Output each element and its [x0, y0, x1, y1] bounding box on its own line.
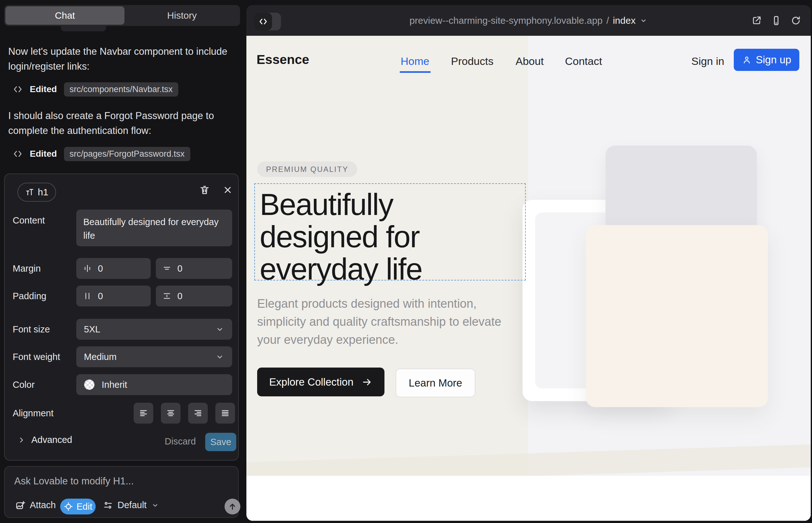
element-tag-label: h1: [38, 187, 48, 198]
padding-x-input[interactable]: 0: [76, 286, 151, 306]
file-chip: src/components/Navbar.tsx: [64, 82, 179, 96]
align-right-button[interactable]: [188, 403, 208, 423]
alignment-label: Alignment: [13, 408, 54, 418]
explore-collection-button[interactable]: Explore Collection: [257, 367, 385, 396]
content-input[interactable]: Beautifully designed for everyday life: [76, 210, 232, 246]
chat-history-tabs: Chat History: [4, 5, 240, 26]
nav-link-contact[interactable]: Contact: [565, 55, 602, 68]
sign-up-label: Sign up: [756, 54, 791, 66]
url-breadcrumb[interactable]: preview--charming-site-symphony.lovable.…: [246, 5, 811, 36]
attach-label: Attach: [30, 500, 56, 510]
edited-label: Edited: [30, 149, 57, 159]
margin-y-value: 0: [177, 264, 182, 274]
close-panel-button[interactable]: [219, 181, 236, 199]
preview-pane: preview--charming-site-symphony.lovable.…: [246, 5, 811, 521]
type-icon: [25, 187, 35, 197]
font-size-select[interactable]: 5XL: [76, 319, 232, 340]
color-label: Color: [13, 380, 35, 390]
edited-file-row[interactable]: Edited src/pages/ForgotPassword.tsx: [13, 146, 190, 161]
padding-y-input[interactable]: 0: [156, 286, 232, 306]
code-icon: [13, 149, 23, 159]
color-value: Inherit: [102, 380, 127, 390]
chat-composer: Attach Edit Default: [4, 466, 239, 518]
padding-x-icon: [83, 291, 92, 301]
nav-link-about[interactable]: About: [516, 55, 544, 68]
url-page: index: [613, 15, 636, 26]
save-button[interactable]: Save: [205, 433, 236, 451]
advanced-toggle[interactable]: Advanced: [17, 435, 72, 445]
edit-mode-button[interactable]: Edit: [60, 499, 96, 515]
mode-label: Default: [118, 500, 147, 510]
sign-in-link[interactable]: Sign in: [691, 55, 724, 68]
selected-element-pill: h1: [17, 183, 56, 202]
margin-y-icon: [162, 264, 172, 273]
advanced-label: Advanced: [31, 435, 72, 445]
edited-label: Edited: [30, 84, 57, 94]
font-size-value: 5XL: [84, 324, 100, 335]
chevron-down-icon: [151, 501, 159, 509]
composer-input[interactable]: [14, 475, 223, 487]
font-size-label: Font size: [13, 324, 50, 335]
mobile-view-icon[interactable]: [771, 15, 782, 26]
trash-icon: [199, 184, 210, 195]
delete-element-button[interactable]: [196, 181, 213, 199]
chat-message: Now let's update the Navbar component to…: [8, 44, 230, 74]
open-external-icon[interactable]: [751, 15, 762, 26]
website-canvas: Essence Home Products About Contact Sign…: [246, 36, 811, 521]
color-select[interactable]: Inherit: [76, 374, 232, 395]
align-center-icon: [166, 408, 176, 418]
chevron-right-icon: [17, 436, 26, 444]
primary-cta-label: Explore Collection: [269, 376, 353, 388]
hero-badge: PREMIUM QUALITY: [257, 161, 357, 177]
tab-history[interactable]: History: [125, 6, 239, 25]
align-right-icon: [193, 408, 203, 418]
hero-heading-line: Beautifully: [260, 188, 526, 221]
align-justify-icon: [220, 408, 230, 418]
align-left-button[interactable]: [134, 403, 153, 423]
margin-label: Margin: [13, 264, 41, 274]
color-swatch: [84, 379, 95, 390]
attach-image-icon: [15, 500, 25, 510]
margin-x-icon: [83, 264, 92, 273]
url-separator: /: [606, 15, 609, 26]
padding-x-value: 0: [98, 291, 103, 301]
refresh-icon[interactable]: [791, 15, 801, 26]
site-logo[interactable]: Essence: [257, 52, 309, 67]
padding-y-icon: [162, 291, 172, 301]
hero-description: Elegant products designed with intention…: [257, 295, 512, 349]
nav-link-products[interactable]: Products: [451, 55, 493, 68]
edit-label: Edit: [77, 502, 92, 512]
align-justify-button[interactable]: [215, 403, 235, 423]
arrow-up-icon: [228, 502, 237, 511]
padding-y-value: 0: [177, 291, 182, 301]
align-left-icon: [138, 408, 148, 418]
tab-chat[interactable]: Chat: [5, 6, 124, 25]
hero-heading-line: designed for: [260, 221, 526, 253]
learn-more-button[interactable]: Learn More: [395, 368, 475, 397]
chevron-down-icon: [639, 16, 648, 25]
chat-message: I should also create a Forgot Password p…: [8, 108, 230, 138]
align-center-button[interactable]: [161, 403, 180, 423]
margin-x-input[interactable]: 0: [76, 258, 151, 279]
discard-button[interactable]: Discard: [165, 436, 196, 447]
hero-heading[interactable]: Beautifully designed for everyday life: [260, 188, 526, 285]
margin-x-value: 0: [98, 264, 103, 274]
crosshair-icon: [64, 502, 73, 511]
file-chip: src/pages/ForgotPassword.tsx: [64, 147, 190, 161]
padding-label: Padding: [13, 291, 46, 301]
send-button[interactable]: [225, 499, 240, 515]
mode-selector[interactable]: Default: [103, 500, 159, 510]
font-weight-select[interactable]: Medium: [76, 346, 232, 367]
sign-up-button[interactable]: Sign up: [734, 49, 799, 71]
sliders-icon: [103, 500, 113, 510]
decor-card-peach: [586, 225, 768, 407]
active-nav-underline: [400, 71, 431, 73]
nav-link-home[interactable]: Home: [401, 55, 429, 68]
element-editor-panel: h1 Content Beautifully designed for ever…: [4, 174, 239, 461]
edited-file-row[interactable]: Edited src/components/Navbar.tsx: [13, 82, 178, 97]
arrow-right-icon: [362, 377, 372, 387]
attach-button[interactable]: Attach: [15, 500, 56, 510]
hero-heading-line: everyday life: [260, 253, 526, 285]
scrolled-chip-partial: [61, 26, 106, 31]
margin-y-input[interactable]: 0: [156, 258, 232, 279]
